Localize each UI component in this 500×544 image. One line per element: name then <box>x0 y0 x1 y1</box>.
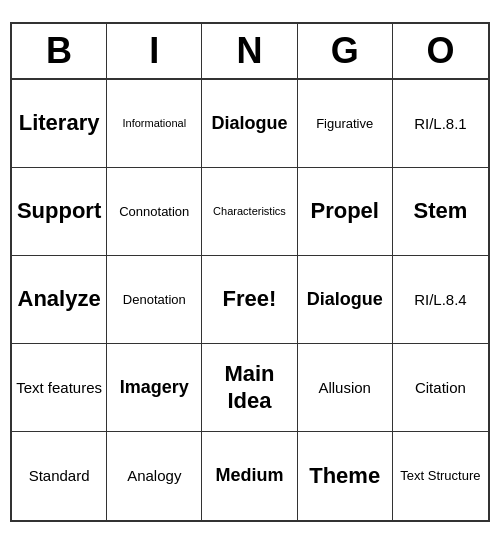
bingo-cell: Medium <box>202 432 297 520</box>
cell-text: RI/L.8.1 <box>414 115 467 133</box>
header-letter: O <box>393 24 488 78</box>
header-letter: I <box>107 24 202 78</box>
bingo-cell: Analyze <box>12 256 107 344</box>
cell-text: Denotation <box>123 292 186 308</box>
cell-text: Stem <box>413 198 467 224</box>
bingo-cell: RI/L.8.1 <box>393 80 488 168</box>
cell-text: RI/L.8.4 <box>414 291 467 309</box>
cell-text: Theme <box>309 463 380 489</box>
cell-text: Text Structure <box>400 468 480 484</box>
bingo-cell: Denotation <box>107 256 202 344</box>
bingo-cell: Stem <box>393 168 488 256</box>
cell-text: Propel <box>310 198 378 224</box>
header-letter: B <box>12 24 107 78</box>
bingo-grid: LiteraryInformationalDialogueFigurativeR… <box>12 80 488 520</box>
cell-text: Informational <box>122 117 186 130</box>
cell-text: Main Idea <box>206 361 292 414</box>
cell-text: Analogy <box>127 467 181 485</box>
cell-text: Free! <box>223 286 277 312</box>
bingo-cell: RI/L.8.4 <box>393 256 488 344</box>
bingo-cell: Propel <box>298 168 393 256</box>
cell-text: Figurative <box>316 116 373 132</box>
bingo-cell: Figurative <box>298 80 393 168</box>
bingo-cell: Imagery <box>107 344 202 432</box>
cell-text: Standard <box>29 467 90 485</box>
cell-text: Connotation <box>119 204 189 220</box>
cell-text: Text features <box>16 379 102 397</box>
bingo-cell: Literary <box>12 80 107 168</box>
bingo-cell: Theme <box>298 432 393 520</box>
cell-text: Analyze <box>18 286 101 312</box>
cell-text: Allusion <box>318 379 371 397</box>
cell-text: Support <box>17 198 101 224</box>
bingo-cell: Citation <box>393 344 488 432</box>
header-letter: G <box>298 24 393 78</box>
bingo-cell: Support <box>12 168 107 256</box>
bingo-cell: Standard <box>12 432 107 520</box>
bingo-cell: Analogy <box>107 432 202 520</box>
cell-text: Dialogue <box>211 113 287 135</box>
bingo-cell: Text features <box>12 344 107 432</box>
bingo-cell: Dialogue <box>202 80 297 168</box>
cell-text: Citation <box>415 379 466 397</box>
bingo-cell: Characteristics <box>202 168 297 256</box>
bingo-cell: Allusion <box>298 344 393 432</box>
bingo-cell: Dialogue <box>298 256 393 344</box>
cell-text: Medium <box>215 465 283 487</box>
bingo-cell: Connotation <box>107 168 202 256</box>
bingo-header: BINGO <box>12 24 488 80</box>
cell-text: Literary <box>19 110 100 136</box>
bingo-cell: Main Idea <box>202 344 297 432</box>
bingo-card: BINGO LiteraryInformationalDialogueFigur… <box>10 22 490 522</box>
header-letter: N <box>202 24 297 78</box>
bingo-cell: Informational <box>107 80 202 168</box>
bingo-cell: Text Structure <box>393 432 488 520</box>
cell-text: Imagery <box>120 377 189 399</box>
bingo-cell: Free! <box>202 256 297 344</box>
cell-text: Characteristics <box>213 205 286 218</box>
cell-text: Dialogue <box>307 289 383 311</box>
